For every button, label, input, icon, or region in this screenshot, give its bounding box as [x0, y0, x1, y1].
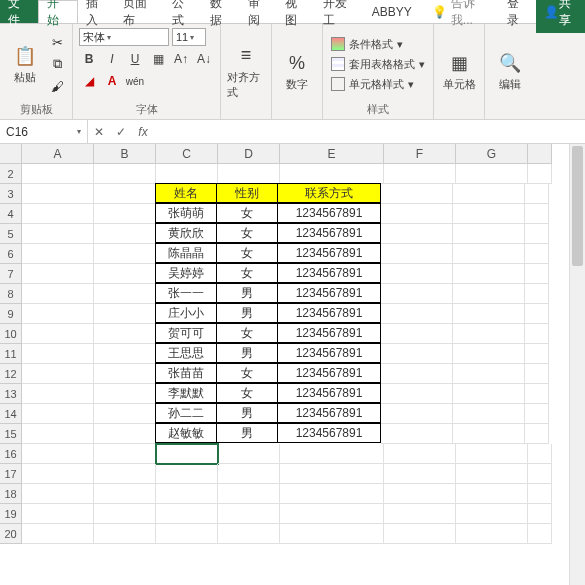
font-size-select[interactable]: 11▾ — [172, 28, 206, 46]
cell[interactable] — [94, 164, 156, 184]
cell[interactable] — [453, 384, 525, 404]
number-button[interactable]: %数字 — [278, 28, 316, 115]
row-header[interactable]: 14 — [0, 404, 22, 424]
cell[interactable] — [525, 244, 549, 264]
increase-font-button[interactable]: A↑ — [171, 50, 191, 68]
cell[interactable] — [453, 284, 525, 304]
cell[interactable]: 1234567891 — [277, 283, 381, 303]
cell[interactable] — [22, 504, 94, 524]
editing-button[interactable]: 🔍编辑 — [491, 28, 529, 115]
alignment-button[interactable]: ≡对齐方式 — [227, 28, 265, 115]
cell[interactable]: 1234567891 — [277, 303, 381, 323]
cell[interactable] — [22, 164, 94, 184]
cell[interactable] — [280, 164, 384, 184]
cell[interactable] — [22, 284, 94, 304]
cell[interactable] — [218, 444, 280, 464]
cell[interactable]: 1234567891 — [277, 403, 381, 423]
worksheet[interactable]: ABCDEFG 234567891011121314151617181920 姓… — [0, 144, 585, 585]
cell[interactable] — [381, 264, 453, 284]
cell[interactable] — [156, 444, 218, 464]
column-header[interactable]: E — [280, 144, 384, 164]
tab-file[interactable]: 文件 — [0, 0, 38, 23]
row-header[interactable]: 5 — [0, 224, 22, 244]
cell[interactable] — [381, 204, 453, 224]
cell[interactable] — [22, 324, 94, 344]
cell[interactable]: 女 — [216, 383, 278, 403]
cell[interactable] — [94, 284, 156, 304]
tab-developer[interactable]: 开发工 — [315, 0, 364, 23]
cell[interactable] — [384, 504, 456, 524]
cell[interactable]: 性别 — [216, 183, 278, 203]
phonetic-button[interactable]: wén — [125, 72, 145, 90]
cell[interactable] — [156, 524, 218, 544]
cell[interactable] — [525, 404, 549, 424]
cell[interactable] — [381, 224, 453, 244]
cell[interactable] — [22, 484, 94, 504]
cell[interactable] — [525, 384, 549, 404]
cell[interactable] — [528, 444, 552, 464]
cell[interactable]: 吴婷婷 — [155, 263, 217, 283]
cell[interactable] — [525, 204, 549, 224]
cell[interactable] — [381, 324, 453, 344]
cell[interactable]: 男 — [216, 343, 278, 363]
cell[interactable] — [22, 524, 94, 544]
cell[interactable] — [525, 324, 549, 344]
cell[interactable] — [218, 524, 280, 544]
cell[interactable]: 男 — [216, 283, 278, 303]
cell[interactable] — [453, 264, 525, 284]
select-all-corner[interactable] — [0, 144, 22, 164]
tab-formulas[interactable]: 公式 — [164, 0, 202, 23]
cell[interactable] — [525, 224, 549, 244]
cell[interactable] — [94, 244, 156, 264]
row-header[interactable]: 4 — [0, 204, 22, 224]
table-format-button[interactable]: 套用表格格式 ▾ — [329, 56, 427, 73]
cell-grid[interactable]: 姓名性别联系方式张萌萌女1234567891黄欣欣女1234567891陈晶晶女… — [22, 164, 552, 544]
tab-abbyy[interactable]: ABBYY — [364, 0, 420, 23]
row-header[interactable]: 3 — [0, 184, 22, 204]
cell[interactable] — [528, 484, 552, 504]
cell[interactable] — [22, 224, 94, 244]
cell[interactable] — [456, 524, 528, 544]
cell[interactable] — [381, 304, 453, 324]
column-header[interactable]: G — [456, 144, 528, 164]
cell-style-button[interactable]: 单元格样式 ▾ — [329, 76, 427, 93]
cell[interactable] — [381, 344, 453, 364]
cell[interactable]: 1234567891 — [277, 343, 381, 363]
copy-icon[interactable]: ⧉ — [48, 55, 66, 73]
fill-color-button[interactable]: ◢ — [79, 72, 99, 90]
cell[interactable] — [94, 304, 156, 324]
cell[interactable] — [280, 484, 384, 504]
cell[interactable]: 男 — [216, 423, 278, 443]
tab-view[interactable]: 视图 — [277, 0, 315, 23]
cell[interactable]: 1234567891 — [277, 363, 381, 383]
row-header[interactable]: 20 — [0, 524, 22, 544]
cell[interactable] — [156, 464, 218, 484]
cell[interactable]: 联系方式 — [277, 183, 381, 203]
cell[interactable] — [94, 204, 156, 224]
cell[interactable]: 贺可可 — [155, 323, 217, 343]
cell[interactable] — [94, 444, 156, 464]
cell[interactable] — [94, 224, 156, 244]
cell[interactable] — [94, 524, 156, 544]
cell[interactable] — [525, 304, 549, 324]
cell[interactable] — [381, 404, 453, 424]
tell-me[interactable]: 💡告诉我... — [424, 0, 499, 23]
row-header[interactable]: 19 — [0, 504, 22, 524]
cell[interactable] — [22, 184, 94, 204]
cell[interactable]: 1234567891 — [277, 263, 381, 283]
tab-data[interactable]: 数据 — [202, 0, 240, 23]
cell[interactable] — [525, 364, 549, 384]
cell[interactable] — [280, 444, 384, 464]
cell[interactable] — [22, 364, 94, 384]
cell[interactable]: 女 — [216, 323, 278, 343]
row-header[interactable]: 2 — [0, 164, 22, 184]
cell[interactable] — [453, 324, 525, 344]
cell[interactable] — [22, 304, 94, 324]
row-header[interactable]: 15 — [0, 424, 22, 444]
cell[interactable] — [94, 504, 156, 524]
cell[interactable] — [94, 344, 156, 364]
cell[interactable] — [22, 244, 94, 264]
cell[interactable] — [528, 524, 552, 544]
cancel-formula-icon[interactable]: ✕ — [88, 125, 110, 139]
scrollbar-thumb[interactable] — [572, 146, 583, 266]
